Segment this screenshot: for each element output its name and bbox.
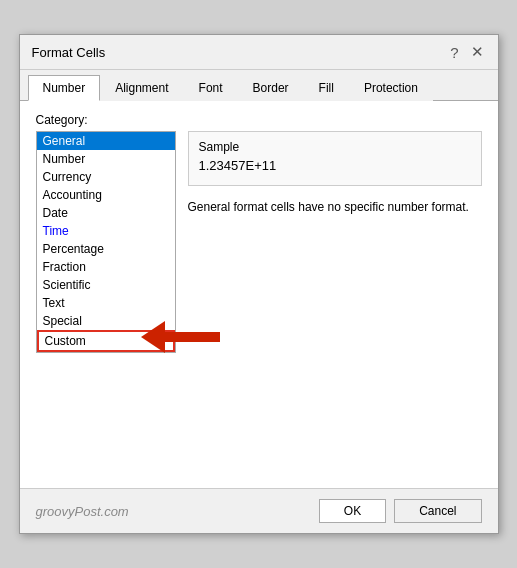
cancel-button[interactable]: Cancel [394, 499, 481, 523]
list-item[interactable]: Special [37, 312, 175, 330]
watermark: groovyPost.com [36, 504, 129, 519]
title-controls: ? ✕ [448, 43, 485, 61]
sample-value: 1.23457E+11 [199, 158, 471, 173]
category-box: General Number Currency Accounting Date … [36, 131, 176, 353]
footer-buttons: OK Cancel [319, 499, 482, 523]
list-item[interactable]: Text [37, 294, 175, 312]
list-item[interactable]: Currency [37, 168, 175, 186]
tab-font[interactable]: Font [184, 75, 238, 101]
ok-button[interactable]: OK [319, 499, 386, 523]
list-item-custom[interactable]: Custom [37, 330, 175, 352]
tab-bar: Number Alignment Font Border Fill Protec… [20, 70, 498, 101]
tab-border[interactable]: Border [238, 75, 304, 101]
help-button[interactable]: ? [448, 44, 460, 61]
list-item[interactable]: Fraction [37, 258, 175, 276]
dialog-footer: groovyPost.com OK Cancel [20, 488, 498, 533]
tab-fill[interactable]: Fill [304, 75, 349, 101]
tab-alignment[interactable]: Alignment [100, 75, 183, 101]
sample-section: Sample 1.23457E+11 [188, 131, 482, 186]
sample-label: Sample [199, 140, 471, 154]
dialog-title: Format Cells [32, 45, 106, 60]
tab-protection[interactable]: Protection [349, 75, 433, 101]
list-item[interactable]: Date [37, 204, 175, 222]
category-label: Category: [36, 113, 482, 127]
list-item-time[interactable]: Time [37, 222, 175, 240]
title-bar: Format Cells ? ✕ [20, 35, 498, 70]
right-panel: Sample 1.23457E+11 General format cells … [188, 131, 482, 476]
list-item[interactable]: Scientific [37, 276, 175, 294]
list-and-arrow: General Number Currency Accounting Date … [36, 131, 176, 476]
list-item[interactable]: Percentage [37, 240, 175, 258]
format-cells-dialog: Format Cells ? ✕ Number Alignment Font B… [19, 34, 499, 534]
tab-number[interactable]: Number [28, 75, 101, 101]
list-item[interactable]: Number [37, 150, 175, 168]
main-row: General Number Currency Accounting Date … [36, 131, 482, 476]
format-description: General format cells have no specific nu… [188, 198, 482, 216]
list-item[interactable]: Accounting [37, 186, 175, 204]
close-button[interactable]: ✕ [469, 43, 486, 61]
category-list[interactable]: General Number Currency Accounting Date … [37, 132, 175, 352]
dialog-body: Category: General Number Currency Accoun… [20, 101, 498, 488]
list-item[interactable]: General [37, 132, 175, 150]
